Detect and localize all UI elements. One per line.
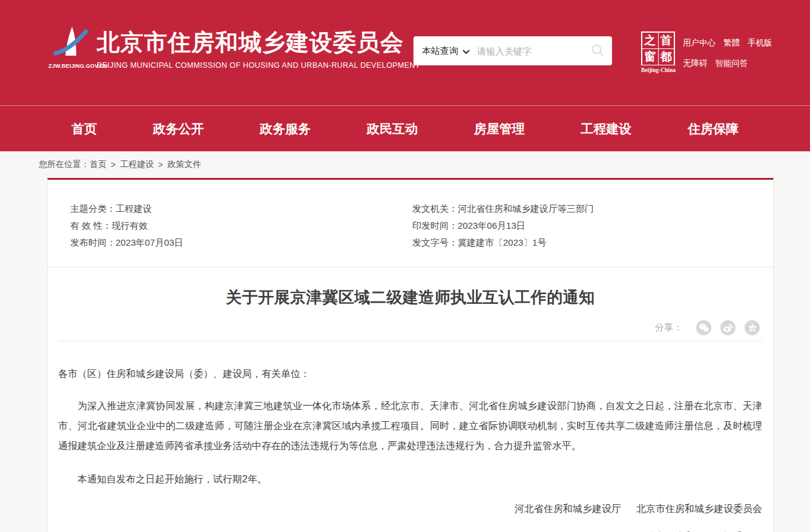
search-scope-label: 本站查询 <box>422 45 458 57</box>
share-row: 分享： <box>48 320 773 335</box>
breadcrumb-home[interactable]: 首页 <box>90 159 107 170</box>
meta-document-number: 发文字号：冀建建市〔2023〕1号 <box>412 234 594 251</box>
site-title: 北京市住房和城乡建设委员会 <box>97 30 420 56</box>
article-body: 各市（区）住房和城乡建设局（委）、建设局，有关单位： 为深入推进京津冀协同发展，… <box>48 341 773 532</box>
breadcrumb-separator: > <box>158 160 163 169</box>
seal-char: 之 <box>642 33 658 48</box>
meta-print-date: 印发时间：2023年06月13日 <box>412 217 594 234</box>
breadcrumb-prefix: 您所在位置： <box>39 159 90 170</box>
site-logo-icon <box>52 51 92 61</box>
capital-window-seal: 之 首 窗 都 <box>641 31 675 65</box>
site-logo[interactable]: ZJW.BEIJING.GOV.CN <box>48 25 96 69</box>
nav-item-gov-disclosure[interactable]: 政务公开 <box>153 120 204 137</box>
site-names: 北京市住房和城乡建设委员会 BEIJING MUNICIPAL COMMISSI… <box>97 30 420 70</box>
meta-publish-date: 发布时间：2023年07月03日 <box>70 234 412 251</box>
nav-item-gov-services[interactable]: 政务服务 <box>260 120 311 137</box>
link-accessibility[interactable]: 无障碍 <box>683 58 708 69</box>
signature-line-2: 天津市住房和城乡建设委员会 <box>58 527 762 532</box>
link-smart-qa[interactable]: 智能问答 <box>716 58 748 69</box>
nav-item-engineering-construction[interactable]: 工程建设 <box>581 120 631 137</box>
breadcrumb: 您所在位置： 首页 > 工程建设 > 政策文件 <box>0 151 810 178</box>
article-title: 关于开展京津冀区域二级建造师执业互认工作的通知 <box>48 287 773 308</box>
site-title-en: BEIJING MUNICIPAL COMMISSION OF HOUSING … <box>97 61 420 70</box>
wechat-share-icon[interactable] <box>696 320 711 335</box>
seal-char: 首 <box>659 33 674 48</box>
main-nav: 首页 政务公开 政务服务 政民互动 房屋管理 工程建设 住房保障 <box>0 105 810 151</box>
breadcrumb-engineering[interactable]: 工程建设 <box>120 159 154 170</box>
link-user-center[interactable]: 用户中心 <box>683 38 716 48</box>
capital-window-caption: Beijing-China <box>641 67 675 73</box>
article-paragraph-1: 为深入推进京津冀协同发展，构建京津冀三地建筑业一体化市场体系，经北京市、天津市、… <box>58 396 762 456</box>
nav-item-housing-management[interactable]: 房屋管理 <box>474 120 525 137</box>
article-paragraph-2: 本通知自发布之日起开始施行，试行期2年。 <box>58 469 762 489</box>
seal-char: 窗 <box>642 49 658 65</box>
capital-window-logo[interactable]: 之 首 窗 都 Beijing-China <box>641 31 675 73</box>
link-traditional-chinese[interactable]: 繁體 <box>723 38 740 48</box>
meta-topic-category: 主题分类：工程建设 <box>70 200 412 217</box>
meta-issuing-agency: 发文机关：河北省住房和城乡建设厅等三部门 <box>412 200 594 217</box>
article-salutation: 各市（区）住房和城乡建设局（委）、建设局，有关单位： <box>58 367 762 381</box>
quick-links: 用户中心 繁體 手机版 无障碍 智能问答 <box>683 38 772 69</box>
breadcrumb-policy-docs[interactable]: 政策文件 <box>167 159 201 170</box>
search-input[interactable] <box>477 46 590 56</box>
weibo-share-icon[interactable] <box>720 320 736 335</box>
search-icon <box>590 43 605 59</box>
search-scope-dropdown[interactable]: 本站查询 <box>422 45 470 57</box>
link-mobile-version[interactable]: 手机版 <box>748 38 772 48</box>
favorite-share-icon[interactable] <box>745 320 760 335</box>
search-box: 本站查询 <box>413 36 612 65</box>
site-logo-caption: ZJW.BEIJING.GOV.CN <box>48 63 96 69</box>
signature-line-1: 河北省住房和城乡建设厅北京市住房和城乡建设委员会 <box>58 499 762 519</box>
nav-item-public-interaction[interactable]: 政民互动 <box>367 120 418 137</box>
nav-item-housing-security[interactable]: 住房保障 <box>688 120 739 137</box>
share-label: 分享： <box>655 322 682 333</box>
chevron-down-icon <box>463 46 470 56</box>
meta-validity: 有 效 性：现行有效 <box>70 217 412 234</box>
site-header: ZJW.BEIJING.GOV.CN 北京市住房和城乡建设委员会 BEIJING… <box>0 0 810 105</box>
search-button[interactable] <box>590 43 605 59</box>
document-meta: 主题分类：工程建设 有 效 性：现行有效 发布时间：2023年07月03日 发文… <box>48 180 773 268</box>
content-panel: 主题分类：工程建设 有 效 性：现行有效 发布时间：2023年07月03日 发文… <box>47 178 774 532</box>
nav-item-home[interactable]: 首页 <box>71 120 97 137</box>
breadcrumb-separator: > <box>111 160 116 169</box>
seal-char: 都 <box>659 49 674 65</box>
